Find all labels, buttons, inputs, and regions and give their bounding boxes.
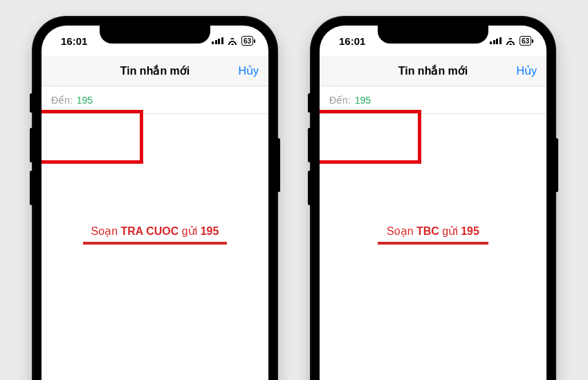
side-button	[308, 93, 311, 113]
notch	[378, 26, 488, 44]
screen: 16:01 63 Tin nhắn mới Hủy Đến: 195 Soạn …	[320, 26, 546, 380]
recipient-row[interactable]: Đến: 195	[42, 86, 268, 114]
battery-icon: 63	[520, 36, 531, 46]
cellular-icon	[490, 37, 502, 44]
side-button	[308, 128, 311, 162]
recipient-label: Đến:	[329, 95, 351, 106]
phone-mockup: 16:01 63 Tin nhắn mới Hủy Đến: 195 Soạn …	[311, 17, 555, 380]
side-button	[277, 138, 280, 192]
wifi-icon	[505, 37, 516, 45]
side-button	[308, 171, 311, 205]
recipient-value: 195	[77, 95, 93, 106]
highlight-box	[42, 110, 143, 164]
recipient-row[interactable]: Đến: 195	[320, 86, 546, 114]
cellular-icon	[212, 37, 223, 44]
side-button	[30, 171, 33, 205]
wifi-icon	[227, 37, 238, 45]
status-time: 16:01	[339, 35, 365, 47]
recipient-value: 195	[355, 95, 371, 106]
annotation-text: Soạn TRA CUOC gửi 195	[83, 225, 227, 245]
nav-bar: Tin nhắn mới Hủy	[42, 56, 268, 86]
nav-bar: Tin nhắn mới Hủy	[320, 56, 546, 86]
cancel-button[interactable]: Hủy	[238, 56, 259, 86]
side-button	[555, 138, 558, 192]
annotation-text: Soạn TBC gửi 195	[378, 225, 488, 245]
cancel-button[interactable]: Hủy	[516, 56, 537, 86]
message-area: Soạn TBC gửi 195 A TBC “TBC”	[320, 114, 546, 380]
side-button	[30, 128, 33, 162]
screen: 16:01 63 Tin nhắn mới Hủy Đến: 195 Soạn …	[42, 26, 268, 380]
page-title: Tin nhắn mới	[120, 64, 190, 77]
annotation-underline	[83, 242, 227, 245]
annotation-underline	[378, 242, 488, 245]
notch	[100, 26, 210, 44]
side-button	[30, 93, 33, 113]
status-time: 16:01	[61, 35, 87, 47]
highlight-box	[320, 110, 421, 164]
message-area: Soạn TRA CUOC gửi 195 A TRA CUOC “CUOC” …	[42, 114, 268, 380]
battery-icon: 63	[241, 36, 253, 46]
recipient-label: Đến:	[51, 95, 73, 106]
page-title: Tin nhắn mới	[398, 64, 468, 77]
phone-mockup: 16:01 63 Tin nhắn mới Hủy Đến: 195 Soạn …	[33, 17, 277, 380]
